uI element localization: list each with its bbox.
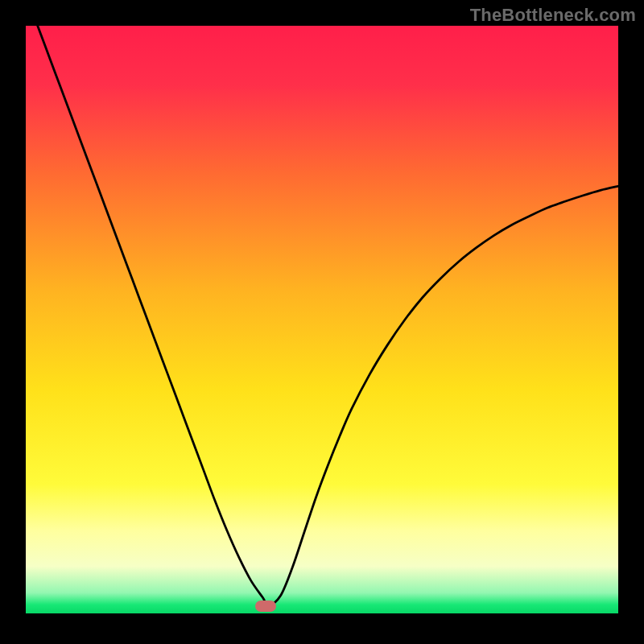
chart-frame: TheBottleneck.com bbox=[0, 0, 644, 644]
plot-area bbox=[26, 26, 618, 613]
bottleneck-curve bbox=[26, 26, 618, 613]
optimum-marker bbox=[255, 601, 276, 612]
attribution-watermark: TheBottleneck.com bbox=[470, 5, 636, 26]
